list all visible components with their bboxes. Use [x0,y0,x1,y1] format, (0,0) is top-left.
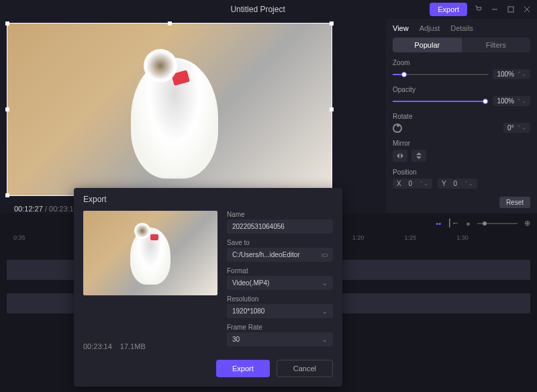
rotate-value[interactable]: 0°⌃⌄ [503,123,530,133]
resolution-label: Resolution [227,295,333,303]
current-time: 00:12:27 [14,205,43,213]
zoom-value[interactable]: 100%⌃⌄ [493,69,530,79]
name-label: Name [227,211,333,218]
saveto-label: Save to [227,239,333,246]
opacity-slider[interactable] [393,101,489,102]
side-panel: View Adjust Details Popular Filters Zoom… [386,19,537,213]
tl-split-icon[interactable]: ⎮← [448,219,459,228]
mirror-vertical-button[interactable] [411,150,426,162]
zoom-slider[interactable] [393,74,489,75]
reset-button[interactable]: Reset [499,197,530,208]
resize-handle-mr[interactable] [330,107,334,111]
mirror-label: Mirror [393,140,530,147]
project-title: Untitled Project [86,5,430,14]
resize-handle-ml[interactable] [5,107,9,111]
opacity-value[interactable]: 100%⌃⌄ [493,96,530,106]
export-filesize: 17.1MB [120,342,146,350]
tab-details[interactable]: Details [450,24,473,32]
svg-rect-1 [508,7,514,12]
pill-popular[interactable]: Popular [393,38,462,52]
format-select[interactable]: Video(.MP4)⌄ [227,276,333,290]
resolution-select[interactable]: 1920*1080⌄ [227,304,333,318]
chevron-down-icon: ⌄ [322,308,328,315]
chevron-down-icon: ⌄ [322,336,328,343]
framerate-label: Frame Rate [227,324,333,331]
tl-marker-icon[interactable]: ▪▪ [436,219,442,228]
export-duration: 00:23:14 [83,342,112,350]
minimize-icon[interactable] [490,5,499,14]
resize-handle-tr[interactable] [330,21,334,26]
format-label: Format [227,267,333,275]
preview-frame[interactable]: 00:12:27 / 00:23:14 : 9 ▾ [7,23,332,196]
rotate-dial[interactable] [393,124,402,133]
close-icon[interactable] [522,5,532,14]
tl-zoom-in-icon[interactable]: ⊕ [524,219,530,228]
export-thumbnail [83,211,217,295]
mirror-horizontal-button[interactable] [393,150,407,162]
pill-filters[interactable]: Filters [462,38,531,52]
folder-icon[interactable]: ▭ [322,251,328,258]
position-label: Position [393,168,530,176]
export-button[interactable]: Export [430,3,467,16]
chevron-down-icon: ⌄ [322,280,328,287]
titlebar: Untitled Project Export [0,0,537,19]
resize-handle-tl[interactable] [5,21,9,26]
rotate-label: Rotate [393,113,530,120]
export-dialog: Export 00:23:14 17.1MB Name 202205310640… [74,188,342,387]
cancel-button[interactable]: Cancel [277,360,333,377]
resize-handle-tm[interactable] [168,21,172,26]
zoom-label: Zoom [393,59,530,66]
timecode: 00:12:27 / 00:23:14 [14,205,78,213]
position-y-input[interactable]: Y 0⌃⌄ [438,179,477,189]
export-confirm-button[interactable]: Export [216,360,270,377]
maximize-icon[interactable] [506,5,516,14]
resize-handle-bl[interactable] [5,193,9,197]
name-input[interactable]: 20220531064056 [227,219,333,234]
cart-icon[interactable] [474,5,483,14]
tl-circle-icon[interactable]: ● [466,219,471,228]
tab-adjust[interactable]: Adjust [420,24,440,32]
saveto-input[interactable]: C:/Users/h...ideoEditor▭ [227,248,333,262]
dialog-title: Export [83,195,333,204]
timeline-zoom-slider[interactable] [477,223,518,224]
preview-area: 00:12:27 / 00:23:14 : 9 ▾ [0,19,386,213]
framerate-select[interactable]: 30⌄ [227,332,333,346]
opacity-label: Opacity [393,86,530,93]
position-x-input[interactable]: X 0⌃⌄ [393,179,432,189]
tab-view[interactable]: View [393,24,409,32]
